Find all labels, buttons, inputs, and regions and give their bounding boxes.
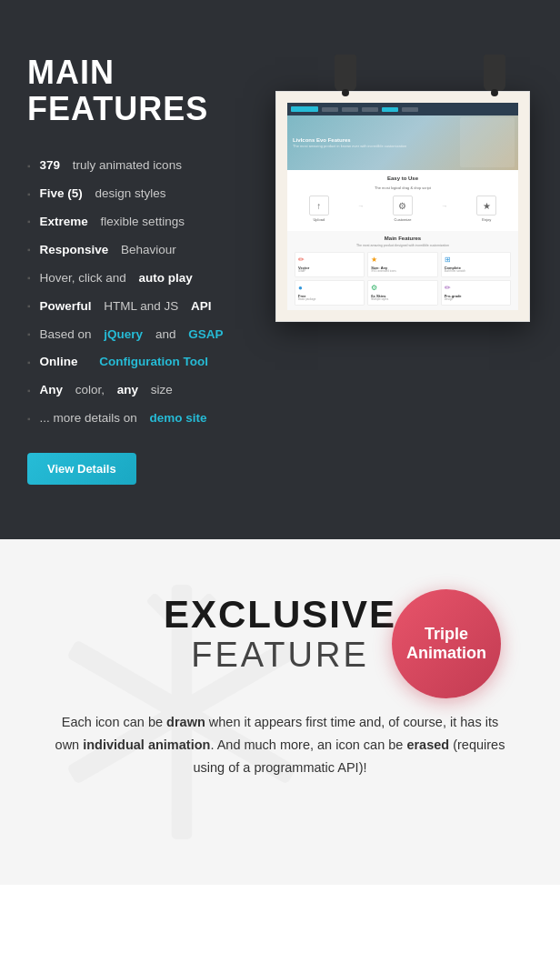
poster-mockup: LivIcons Evo Features The most amazing p… bbox=[273, 55, 533, 322]
main-features-section: MAIN FEATURES 379 truly animated icons F… bbox=[0, 0, 560, 539]
poster-icon-upload: ↑ Upload bbox=[309, 196, 329, 222]
poster-main-features: Main Features The most amazing product d… bbox=[287, 231, 518, 310]
poster-grid-item: ● Free Basic package bbox=[295, 280, 365, 306]
poster-clip-left bbox=[335, 55, 356, 91]
poster-grid-item: ⊞ Complete Built from scratch bbox=[441, 252, 511, 277]
poster-nav-item bbox=[402, 107, 418, 112]
poster-nav-item bbox=[362, 107, 378, 112]
list-item: Online Configuration Tool bbox=[27, 348, 245, 376]
list-item: 379 truly animated icons bbox=[27, 152, 245, 180]
list-item: Hover, click and auto play bbox=[27, 265, 245, 293]
exclusive-description: Each icon can be drawn when it appears f… bbox=[36, 711, 524, 778]
poster-icon-enjoy: ★ Enjoy bbox=[476, 196, 496, 222]
poster-grid-item: ✏ Vector GSAP bbox=[295, 252, 365, 277]
list-item: Extreme flexible settings bbox=[27, 208, 245, 236]
poster-easy-section: Easy to Use The most logical drag & drop… bbox=[287, 170, 518, 231]
list-item: Powerful HTML and JS API bbox=[27, 293, 245, 321]
poster-nav-item bbox=[342, 107, 358, 112]
poster-icon-customize: ⚙ Customize bbox=[393, 196, 413, 222]
poster-hero-text: LivIcons Evo Features The most amazing p… bbox=[293, 136, 406, 149]
triple-animation-badge: Triple Animation bbox=[392, 589, 501, 698]
exclusive-feature-section: Triple Animation EXCLUSIVE FEATURE Each … bbox=[0, 539, 560, 885]
poster-clip-right bbox=[484, 55, 505, 91]
features-left-column: MAIN FEATURES 379 truly animated icons F… bbox=[27, 55, 245, 485]
svg-point-4 bbox=[172, 804, 192, 824]
view-details-button[interactable]: View Details bbox=[27, 453, 136, 485]
list-item: Any color, any size bbox=[27, 376, 245, 405]
poster-grid: ✏ Vector GSAP ★ Size: Any SVG animated i… bbox=[295, 252, 511, 306]
list-item: Based on jQuery and GSAP bbox=[27, 321, 245, 349]
poster-frame: LivIcons Evo Features The most amazing p… bbox=[275, 91, 530, 322]
poster-icons-row: ↑ Upload → ⚙ Customize → ★ Enjoy bbox=[295, 196, 511, 222]
list-item: Responsive Behaviour bbox=[27, 236, 245, 265]
poster-grid-item: ⚙ 6x Skins Multiple styles bbox=[367, 280, 437, 306]
list-item: Five (5) design styles bbox=[27, 180, 245, 208]
features-list: 379 truly animated icons Five (5) design… bbox=[27, 152, 245, 433]
poster-hero-image bbox=[460, 117, 515, 167]
poster-nav bbox=[287, 103, 518, 115]
poster-nav-item-active bbox=[382, 107, 398, 112]
main-title: MAIN FEATURES bbox=[27, 55, 245, 126]
poster-grid-item: ★ Size: Any SVG animated icons bbox=[367, 252, 437, 277]
poster-hero: LivIcons Evo Features The most amazing p… bbox=[287, 115, 518, 170]
poster-nav-logo bbox=[291, 106, 318, 112]
poster-inner: LivIcons Evo Features The most amazing p… bbox=[287, 103, 518, 310]
poster-grid-item: ✏ Pro-grade Design bbox=[441, 280, 511, 306]
list-item: ... more details on demo site bbox=[27, 405, 245, 433]
poster-nav-item bbox=[322, 107, 338, 112]
